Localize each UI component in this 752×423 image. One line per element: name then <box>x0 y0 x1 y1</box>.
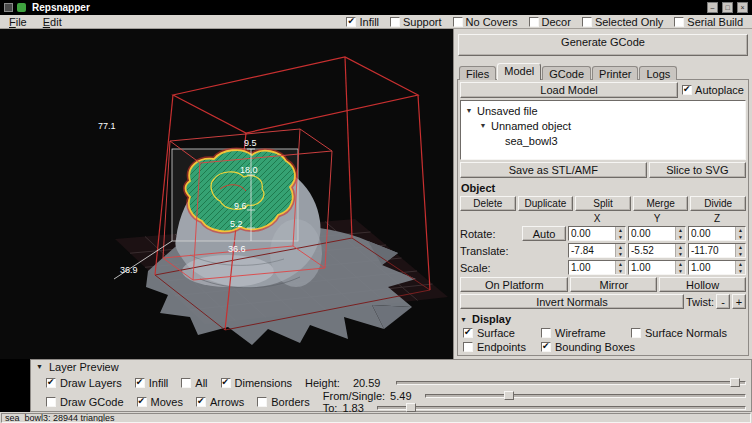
merge-button[interactable]: Merge <box>633 196 689 211</box>
selected-only-checkbox[interactable] <box>582 17 592 27</box>
load-model-button[interactable]: Load Model <box>460 82 678 98</box>
slice-svg-button[interactable]: Slice to SVG <box>649 162 746 178</box>
tab-files[interactable]: Files <box>459 66 496 80</box>
tab-gcode[interactable]: GCode <box>542 66 591 80</box>
spinner-steppers[interactable]: ▲▼ <box>675 261 685 274</box>
tab-model[interactable]: Model <box>497 63 541 80</box>
autoplace-checkbox[interactable] <box>682 85 692 95</box>
model-tree[interactable]: ▼ Unsaved file ▼ Unnamed object sea_bowl… <box>460 100 746 160</box>
layer-preview-expander[interactable]: ▼ Layer Preview <box>36 360 746 373</box>
toggle-serial-build[interactable]: Serial Build <box>674 16 743 28</box>
moves-toggle[interactable]: Moves <box>137 396 183 408</box>
delete-button[interactable]: Delete <box>460 196 516 211</box>
mirror-button[interactable]: Mirror <box>570 277 657 292</box>
spinner-steppers[interactable]: ▲▼ <box>615 261 625 274</box>
invert-normals-button[interactable]: Invert Normals <box>460 294 684 309</box>
on-platform-button[interactable]: On Platform <box>460 277 568 292</box>
slider-trough[interactable] <box>396 381 746 385</box>
draw-layers-checkbox[interactable] <box>46 378 56 388</box>
all-layers-toggle[interactable]: All <box>181 377 207 389</box>
save-stl-button[interactable]: Save as STL/AMF <box>460 162 647 178</box>
draw-gcode-toggle[interactable]: Draw GCode <box>46 396 124 408</box>
close-button[interactable]: × <box>737 2 748 13</box>
dimensions-toggle[interactable]: Dimensions <box>221 377 292 389</box>
surface-checkbox[interactable] <box>463 328 473 338</box>
spinner-steppers[interactable]: ▲▼ <box>735 227 745 240</box>
toggle-decor[interactable]: Decor <box>529 16 571 28</box>
spinner-steppers[interactable]: ▲▼ <box>735 261 745 274</box>
tree-item-object[interactable]: ▼ Unnamed object <box>479 118 743 133</box>
tab-printer[interactable]: Printer <box>592 66 638 80</box>
toggle-infill[interactable]: Infill <box>346 16 379 28</box>
draw-gcode-checkbox[interactable] <box>46 397 56 407</box>
infill-preview-toggle[interactable]: Infill <box>135 377 169 389</box>
dimensions-checkbox[interactable] <box>221 378 231 388</box>
twist-minus-button[interactable]: - <box>716 294 730 309</box>
surface-normals-checkbox[interactable] <box>631 328 641 338</box>
from-single-slider[interactable] <box>425 391 746 400</box>
to-slider[interactable] <box>377 403 746 412</box>
tree-item-file[interactable]: ▼ Unsaved file <box>465 103 743 118</box>
all-layers-checkbox[interactable] <box>181 378 191 388</box>
duplicate-button[interactable]: Duplicate <box>518 196 574 211</box>
draw-layers-toggle[interactable]: Draw Layers <box>46 377 122 389</box>
divide-button[interactable]: Divide <box>690 196 746 211</box>
toggle-no-covers[interactable]: No Covers <box>453 16 518 28</box>
slider-handle[interactable] <box>730 378 740 387</box>
expander-icon[interactable]: ▼ <box>479 122 487 129</box>
tree-item-mesh[interactable]: sea_bowl3 <box>505 133 743 148</box>
title-bar[interactable]: Repsnapper – □ × <box>0 0 752 15</box>
surface-toggle[interactable]: Surface <box>463 327 539 339</box>
scale-z-spinner[interactable]: 1.00▲▼ <box>688 260 746 275</box>
toggle-support[interactable]: Support <box>390 16 442 28</box>
arrows-toggle[interactable]: Arrows <box>196 396 244 408</box>
slider-handle[interactable] <box>504 391 514 400</box>
menu-file[interactable]: File <box>9 16 27 28</box>
borders-checkbox[interactable] <box>257 397 267 407</box>
split-button[interactable]: Split <box>575 196 631 211</box>
borders-toggle[interactable]: Borders <box>257 396 310 408</box>
display-section-header[interactable]: ▼ Display <box>460 311 746 325</box>
slider-trough[interactable] <box>377 406 746 410</box>
spinner-steppers[interactable]: ▲▼ <box>615 227 625 240</box>
hollow-button[interactable]: Hollow <box>659 277 746 292</box>
gl-viewport[interactable]: 77.1 9.5 18.0 9.6 5.2 36.6 36.9 <box>0 29 453 359</box>
arrows-checkbox[interactable] <box>196 397 206 407</box>
autoplace-toggle[interactable]: Autoplace <box>680 84 746 96</box>
spinner-steppers[interactable]: ▲▼ <box>735 244 745 257</box>
wireframe-checkbox[interactable] <box>541 328 551 338</box>
no-covers-checkbox[interactable] <box>453 17 463 27</box>
serial-build-checkbox[interactable] <box>674 17 684 27</box>
support-checkbox[interactable] <box>390 17 400 27</box>
twist-plus-button[interactable]: + <box>732 294 746 309</box>
window-menu-icon[interactable] <box>4 3 13 12</box>
auto-rotate-button[interactable]: Auto <box>522 226 566 241</box>
minimize-button[interactable]: – <box>707 2 718 13</box>
maximize-button[interactable]: □ <box>722 2 733 13</box>
menu-edit[interactable]: Edit <box>43 16 62 28</box>
height-slider[interactable] <box>396 378 746 387</box>
bounding-boxes-checkbox[interactable] <box>541 342 551 352</box>
expander-icon[interactable]: ▼ <box>36 363 43 370</box>
generate-gcode-button[interactable]: Generate GCode <box>458 34 748 56</box>
rotate-y-spinner[interactable]: 0.00▲▼ <box>628 226 686 241</box>
toggle-selected-only[interactable]: Selected Only <box>582 16 663 28</box>
expander-icon[interactable]: ▼ <box>460 316 467 323</box>
bounding-boxes-toggle[interactable]: Bounding Boxes <box>541 341 746 353</box>
spinner-steppers[interactable]: ▲▼ <box>675 227 685 240</box>
scale-y-spinner[interactable]: 1.00▲▼ <box>628 260 686 275</box>
decor-checkbox[interactable] <box>529 17 539 27</box>
slider-handle[interactable] <box>406 403 416 412</box>
infill-checkbox[interactable] <box>346 17 356 27</box>
spinner-steppers[interactable]: ▲▼ <box>615 244 625 257</box>
endpoints-checkbox[interactable] <box>463 342 473 352</box>
slider-trough[interactable] <box>425 394 746 398</box>
wireframe-toggle[interactable]: Wireframe <box>541 327 629 339</box>
rotate-z-spinner[interactable]: 0.00▲▼ <box>688 226 746 241</box>
translate-y-spinner[interactable]: -5.52▲▼ <box>628 243 686 258</box>
scale-x-spinner[interactable]: 1.00▲▼ <box>568 260 626 275</box>
spinner-steppers[interactable]: ▲▼ <box>675 244 685 257</box>
endpoints-toggle[interactable]: Endpoints <box>463 341 539 353</box>
infill-preview-checkbox[interactable] <box>135 378 145 388</box>
translate-x-spinner[interactable]: -7.84▲▼ <box>568 243 626 258</box>
